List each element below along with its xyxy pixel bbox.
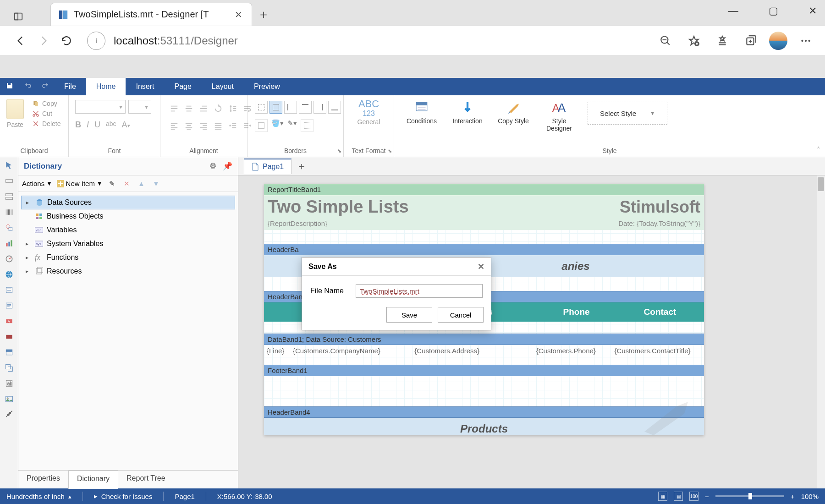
status-check-issues[interactable]: ▸Check for Issues bbox=[94, 492, 153, 500]
zoom-slider[interactable] bbox=[715, 495, 784, 497]
style-designer-button[interactable]: AA Style Designer bbox=[541, 100, 578, 132]
tool-settings-icon[interactable] bbox=[3, 408, 16, 421]
zoom-out-button[interactable]: − bbox=[705, 493, 709, 500]
tree-variables[interactable]: varVariables bbox=[21, 223, 235, 237]
tab-dictionary[interactable]: Dictionary bbox=[68, 471, 118, 489]
tree-functions[interactable]: ▸fxFunctions bbox=[21, 251, 235, 264]
border-top-button[interactable] bbox=[299, 101, 312, 114]
redo-button[interactable] bbox=[37, 82, 54, 92]
ribbon-tab-page[interactable]: Page bbox=[164, 78, 201, 95]
textformat-dialog-launcher[interactable]: ⬊ bbox=[388, 148, 392, 154]
align-top-button[interactable] bbox=[168, 101, 181, 116]
page-tab[interactable]: Page1 bbox=[244, 159, 292, 174]
save-button[interactable] bbox=[0, 82, 19, 92]
align-left-button[interactable] bbox=[168, 118, 181, 134]
border-style-button[interactable] bbox=[301, 119, 314, 132]
band-header3[interactable]: HeaderBa bbox=[264, 244, 704, 255]
tab-properties[interactable]: Properties bbox=[18, 471, 68, 488]
ribbon-tab-insert[interactable]: Insert bbox=[126, 78, 164, 95]
interaction-button[interactable]: Interaction bbox=[449, 100, 486, 125]
view-mode-3-icon[interactable]: 100 bbox=[689, 492, 698, 501]
align-justify-button[interactable] bbox=[212, 118, 225, 134]
band-data1[interactable]: DataBand1; Data Source: Customers bbox=[264, 334, 704, 345]
tool-checkbox-icon[interactable]: ab bbox=[3, 377, 16, 390]
tool-text-icon[interactable] bbox=[3, 284, 16, 296]
data-row[interactable]: {Line} {Customers.CompanyName} {Customer… bbox=[264, 345, 704, 356]
borders-dialog-launcher[interactable]: ⬊ bbox=[337, 148, 341, 154]
undo-button[interactable] bbox=[19, 82, 37, 92]
copy-style-button[interactable]: Copy Style bbox=[495, 100, 532, 125]
cancel-dialog-button[interactable]: Cancel bbox=[438, 307, 484, 323]
status-unit[interactable]: Hundredths of Inch ▴ bbox=[6, 493, 72, 500]
border-none-button[interactable] bbox=[255, 101, 268, 114]
tab-overview-icon[interactable] bbox=[9, 7, 28, 26]
border-all-button[interactable] bbox=[270, 101, 282, 114]
zoom-out-icon[interactable] bbox=[655, 31, 676, 51]
move-down-icon[interactable]: ▼ bbox=[151, 179, 161, 189]
band-header4[interactable]: HeaderBand4 bbox=[264, 406, 704, 418]
indent-left-button[interactable] bbox=[226, 118, 239, 134]
tool-clone-icon[interactable] bbox=[3, 362, 16, 374]
border-outline-button[interactable] bbox=[255, 119, 268, 132]
brand-text[interactable]: Stimulsoft bbox=[620, 197, 700, 217]
ribbon-tab-home[interactable]: Home bbox=[86, 78, 126, 95]
tool-textbox-dark-icon[interactable] bbox=[3, 330, 16, 343]
dialog-titlebar[interactable]: Save As ✕ bbox=[302, 257, 491, 276]
nav-back-button[interactable] bbox=[9, 29, 32, 52]
border-right-button[interactable] bbox=[314, 101, 326, 114]
tool-textbox-red-icon[interactable]: A bbox=[3, 315, 16, 328]
tool-chart-icon[interactable] bbox=[3, 237, 16, 250]
nav-forward-button[interactable] bbox=[32, 29, 55, 52]
window-minimize[interactable]: — bbox=[725, 1, 742, 21]
tree-resources[interactable]: ▸Resources bbox=[21, 264, 235, 278]
save-dialog-button[interactable]: Save bbox=[386, 307, 432, 323]
font-color-button[interactable]: A▾ bbox=[122, 120, 130, 130]
underline-button[interactable]: U bbox=[94, 120, 100, 130]
new-tab-button[interactable]: ＋ bbox=[252, 3, 275, 26]
browser-tab[interactable]: TwoSimpleLists.mrt - Designer [T ✕ bbox=[50, 3, 252, 26]
paste-button[interactable]: Paste bbox=[4, 97, 27, 128]
tool-shape-icon[interactable] bbox=[3, 221, 16, 234]
text-format-button[interactable]: ABC 123 General bbox=[353, 97, 385, 126]
tool-barcode-icon[interactable] bbox=[3, 206, 16, 219]
window-maximize[interactable]: ▢ bbox=[765, 1, 782, 21]
add-page-button[interactable]: ＋ bbox=[293, 159, 310, 173]
view-mode-2-icon[interactable]: ▤ bbox=[674, 492, 683, 501]
zoom-in-button[interactable]: + bbox=[791, 493, 795, 500]
new-item-dropdown[interactable]: New Item ▼ bbox=[57, 180, 103, 187]
tab-close-icon[interactable]: ✕ bbox=[233, 7, 244, 22]
ribbon-tab-layout[interactable]: Layout bbox=[202, 78, 244, 95]
tree-data-sources[interactable]: ▸Data Sources bbox=[21, 196, 235, 209]
collections-icon[interactable] bbox=[741, 31, 761, 51]
line-spacing-button[interactable] bbox=[226, 101, 239, 116]
nav-refresh-button[interactable] bbox=[55, 29, 78, 52]
window-close[interactable]: ✕ bbox=[805, 1, 820, 21]
tool-gauge-icon[interactable] bbox=[3, 252, 16, 265]
report-title-text[interactable]: Two Simple Lists bbox=[268, 197, 409, 217]
align-middle-button[interactable] bbox=[182, 101, 195, 116]
view-mode-1-icon[interactable]: ▦ bbox=[658, 492, 667, 501]
ribbon-collapse-icon[interactable]: ˄ bbox=[817, 146, 820, 154]
copy-button[interactable]: Copy bbox=[32, 100, 60, 107]
more-icon[interactable] bbox=[796, 31, 816, 51]
vertical-scrollbar[interactable] bbox=[817, 175, 825, 488]
fill-color-button[interactable]: 🪣▾ bbox=[271, 119, 284, 132]
tool-crossband-icon[interactable] bbox=[3, 190, 16, 203]
ribbon-tab-file[interactable]: File bbox=[54, 78, 86, 95]
site-info-icon[interactable]: i bbox=[87, 32, 105, 50]
select-style-combo[interactable]: Select Style ▼ bbox=[588, 102, 667, 125]
tree-system-variables[interactable]: ▸sysSystem Variables bbox=[21, 237, 235, 251]
actions-dropdown[interactable]: Actions ▼ bbox=[22, 180, 52, 187]
align-bottom-button[interactable] bbox=[197, 101, 210, 116]
delete-item-icon[interactable]: ✕ bbox=[121, 179, 132, 189]
delete-button[interactable]: Delete bbox=[32, 120, 60, 127]
edit-icon[interactable]: ✎ bbox=[107, 179, 117, 189]
bold-button[interactable]: B bbox=[75, 120, 81, 130]
tool-band-icon[interactable] bbox=[3, 175, 16, 187]
tab-report-tree[interactable]: Report Tree bbox=[118, 471, 173, 488]
strikethrough-button[interactable]: abc bbox=[106, 120, 116, 130]
report-description-expr[interactable]: {ReportDescription} bbox=[268, 219, 327, 227]
dictionary-pin-icon[interactable]: 📌 bbox=[223, 161, 232, 171]
rotate-button[interactable] bbox=[212, 101, 225, 116]
align-center-button[interactable] bbox=[182, 118, 195, 134]
